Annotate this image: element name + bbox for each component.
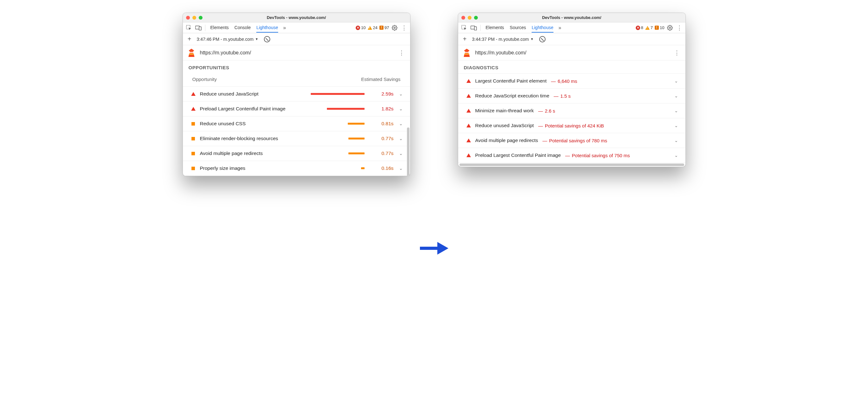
settings-icon[interactable] bbox=[666, 24, 674, 32]
col-savings: Estimated Savings bbox=[361, 76, 400, 82]
diagnostic-row[interactable]: Reduce JavaScript execution time—1.5 s⌄ bbox=[458, 89, 685, 103]
chevron-down-icon[interactable]: ⌄ bbox=[398, 136, 404, 141]
diagnostic-row[interactable]: Reduce unused JavaScript—Potential savin… bbox=[458, 118, 685, 133]
report-selector[interactable]: 3:47:46 PM - m.youtube.com▼ bbox=[197, 37, 258, 42]
device-toolbar-icon[interactable] bbox=[470, 24, 478, 32]
chevron-down-icon[interactable]: ⌄ bbox=[398, 91, 404, 96]
horizontal-scrollbar[interactable] bbox=[458, 163, 685, 167]
severity-icon bbox=[191, 137, 195, 140]
chevron-down-icon[interactable]: ⌄ bbox=[398, 151, 404, 156]
new-report-button[interactable]: + bbox=[186, 35, 193, 43]
severity-icon bbox=[466, 94, 471, 98]
devtools-toolbar: Elements Console Lighthouse » ✕10 24 !97… bbox=[183, 23, 410, 33]
error-count-badge[interactable]: ✕8 bbox=[636, 25, 643, 30]
section-heading: Diagnostics bbox=[458, 60, 685, 73]
chevron-down-icon[interactable]: ⌄ bbox=[398, 106, 404, 111]
audit-label: Eliminate render-blocking resources bbox=[200, 136, 306, 141]
opportunity-row[interactable]: Eliminate render-blocking resources0.77s… bbox=[183, 131, 410, 146]
chevron-down-icon[interactable]: ⌄ bbox=[398, 166, 404, 171]
kebab-menu-icon[interactable]: ⋮ bbox=[400, 24, 408, 31]
device-toolbar-icon[interactable] bbox=[194, 24, 203, 32]
opportunity-row[interactable]: Reduce unused CSS0.81s⌄ bbox=[183, 117, 410, 131]
new-report-button[interactable]: + bbox=[461, 35, 468, 43]
svg-rect-5 bbox=[190, 52, 193, 53]
audit-label: Minimize main-thread work bbox=[475, 108, 534, 114]
more-tabs-button[interactable]: » bbox=[557, 25, 563, 31]
chevron-down-icon[interactable]: ⌄ bbox=[673, 108, 679, 113]
clear-all-button[interactable] bbox=[539, 36, 546, 42]
close-window-button[interactable] bbox=[461, 16, 465, 20]
diagnostic-row[interactable]: Minimize main-thread work—2.6 s⌄ bbox=[458, 103, 685, 118]
svg-rect-9 bbox=[474, 27, 476, 30]
report-url-row: https://m.youtube.com/ ⋮ bbox=[458, 45, 685, 60]
severity-icon bbox=[466, 138, 471, 142]
severity-icon bbox=[191, 107, 195, 111]
tab-lighthouse[interactable]: Lighthouse bbox=[256, 23, 278, 33]
info-count-badge[interactable]: !10 bbox=[655, 25, 664, 30]
tab-sources[interactable]: Sources bbox=[510, 23, 526, 33]
kebab-menu-icon[interactable]: ⋮ bbox=[675, 24, 683, 31]
panel-tabs: Elements Sources Lighthouse bbox=[483, 23, 556, 33]
audit-label: Properly size images bbox=[200, 165, 306, 171]
maximize-window-button[interactable] bbox=[199, 16, 203, 20]
tested-url: https://m.youtube.com/ bbox=[475, 50, 668, 56]
scrollbar[interactable] bbox=[407, 127, 409, 176]
severity-icon bbox=[466, 79, 471, 83]
chevron-down-icon[interactable]: ⌄ bbox=[673, 93, 679, 98]
savings-value: 0.16s bbox=[372, 165, 394, 171]
tab-elements[interactable]: Elements bbox=[211, 23, 229, 33]
tab-elements[interactable]: Elements bbox=[486, 23, 504, 33]
svg-rect-2 bbox=[199, 27, 201, 30]
more-tabs-button[interactable]: » bbox=[282, 25, 287, 31]
audit-metric: —6,640 ms bbox=[551, 78, 577, 84]
minimize-window-button[interactable] bbox=[192, 16, 196, 20]
severity-icon bbox=[466, 124, 471, 127]
opportunity-row[interactable]: Avoid multiple page redirects0.77s⌄ bbox=[183, 146, 410, 161]
maximize-window-button[interactable] bbox=[474, 16, 478, 20]
inspect-element-icon[interactable] bbox=[460, 24, 468, 32]
report-url-row: https://m.youtube.com/ ⋮ bbox=[183, 45, 410, 60]
audit-label: Reduce unused CSS bbox=[200, 121, 306, 127]
chevron-down-icon[interactable]: ⌄ bbox=[673, 153, 679, 158]
chevron-down-icon[interactable]: ⌄ bbox=[398, 121, 404, 126]
warning-count-badge[interactable]: 24 bbox=[368, 25, 377, 30]
error-count-badge[interactable]: ✕10 bbox=[356, 25, 366, 30]
savings-bar bbox=[311, 153, 365, 154]
chevron-down-icon[interactable]: ⌄ bbox=[673, 123, 679, 128]
savings-bar bbox=[311, 167, 365, 169]
minimize-window-button[interactable] bbox=[468, 16, 471, 20]
report-menu-icon[interactable]: ⋮ bbox=[398, 49, 406, 56]
section-heading: Opportunities bbox=[183, 60, 410, 73]
transition-arrow-icon bbox=[420, 241, 448, 256]
audit-label: Avoid multiple page redirects bbox=[475, 137, 538, 143]
diagnostic-row[interactable]: Largest Contentful Paint element—6,640 m… bbox=[458, 74, 685, 89]
devtools-window-left: DevTools - www.youtube.com/ Elements Con… bbox=[183, 13, 410, 176]
tested-url: https://m.youtube.com/ bbox=[200, 50, 393, 56]
inspect-element-icon[interactable] bbox=[185, 24, 193, 32]
tab-console[interactable]: Console bbox=[235, 23, 251, 33]
lighthouse-run-bar: + 3:47:46 PM - m.youtube.com▼ bbox=[183, 33, 410, 45]
warning-count-badge[interactable]: 7 bbox=[645, 25, 653, 30]
opportunities-columns: Opportunity Estimated Savings bbox=[183, 73, 410, 86]
audit-label: Preload Largest Contentful Paint image bbox=[475, 153, 561, 158]
report-menu-icon[interactable]: ⋮ bbox=[673, 49, 681, 56]
diagnostic-row[interactable]: Avoid multiple page redirects—Potential … bbox=[458, 133, 685, 148]
diagnostic-row[interactable]: Preload Largest Contentful Paint image—P… bbox=[458, 148, 685, 163]
svg-point-3 bbox=[394, 27, 395, 28]
info-count-badge[interactable]: !97 bbox=[379, 25, 389, 30]
close-window-button[interactable] bbox=[186, 16, 190, 20]
severity-icon bbox=[191, 167, 195, 170]
settings-icon[interactable] bbox=[391, 24, 399, 32]
devtools-toolbar: Elements Sources Lighthouse » ✕8 7 !10 ⋮ bbox=[458, 23, 685, 33]
chevron-down-icon[interactable]: ⌄ bbox=[673, 78, 679, 84]
lighthouse-icon bbox=[187, 49, 195, 57]
chevron-down-icon[interactable]: ⌄ bbox=[673, 138, 679, 143]
opportunity-row[interactable]: Properly size images0.16s⌄ bbox=[183, 161, 410, 176]
svg-point-10 bbox=[669, 27, 671, 28]
opportunity-row[interactable]: Reduce unused JavaScript2.59s⌄ bbox=[183, 87, 410, 101]
opportunity-row[interactable]: Preload Largest Contentful Paint image1.… bbox=[183, 101, 410, 117]
tab-lighthouse[interactable]: Lighthouse bbox=[532, 23, 554, 33]
report-selector[interactable]: 3:44:37 PM - m.youtube.com▼ bbox=[472, 37, 534, 42]
savings-bar bbox=[311, 137, 365, 139]
clear-all-button[interactable] bbox=[264, 36, 270, 42]
